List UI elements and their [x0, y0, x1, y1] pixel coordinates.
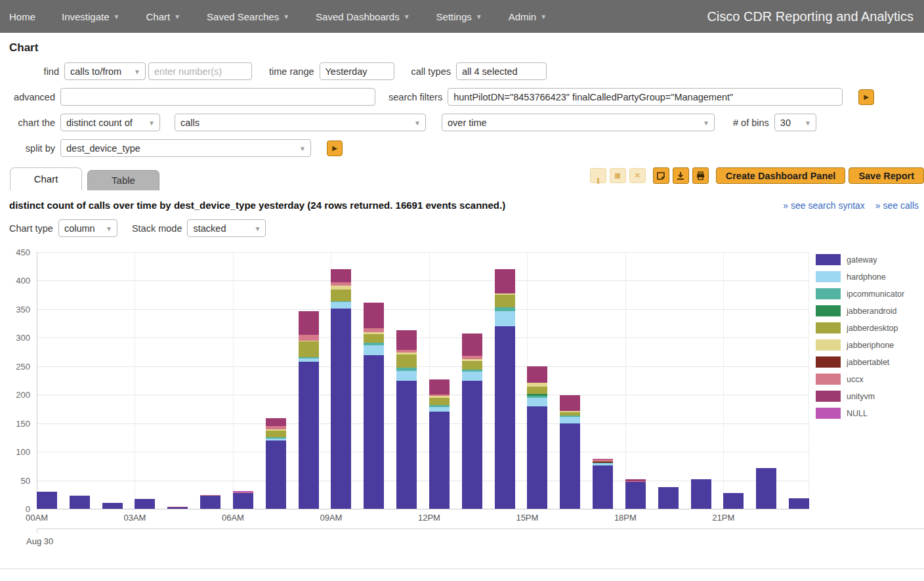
- call-types-selector[interactable]: all 4 selected: [456, 62, 547, 80]
- nav-item-settings[interactable]: Settings▼: [436, 11, 482, 22]
- stacked-bar-hour-11[interactable]: [396, 330, 417, 509]
- chart-type-dropdown[interactable]: column ▼: [58, 219, 117, 237]
- split-by-run-button[interactable]: ▶: [327, 140, 343, 156]
- legend-item-jabberandroid[interactable]: jabberandroid: [816, 305, 904, 316]
- bins-dropdown[interactable]: 30 ▼: [774, 114, 816, 131]
- stacked-bar-hour-1[interactable]: [70, 496, 90, 509]
- bar-segment-gateway: [429, 412, 450, 509]
- stacked-bar-hour-7[interactable]: [266, 418, 286, 509]
- advanced-row: advanced search filters ▶: [9, 88, 924, 106]
- stacked-bar-hour-4[interactable]: [167, 507, 188, 509]
- nav-item-chart[interactable]: Chart▼: [146, 11, 180, 22]
- bar-segment-gateway: [102, 503, 123, 509]
- bar-segment-gateway: [135, 499, 155, 509]
- bar-segment-unityvm: [429, 379, 450, 395]
- bar-segment-gateway: [658, 487, 679, 509]
- download-button[interactable]: [673, 167, 689, 184]
- legend-item-NULL[interactable]: NULL: [816, 408, 904, 419]
- stacked-bar-hour-23[interactable]: [789, 498, 809, 509]
- print-button[interactable]: [692, 167, 709, 184]
- chevron-down-icon: ▼: [540, 13, 547, 20]
- over-dropdown[interactable]: over time ▼: [442, 114, 715, 131]
- bar-segment-jabberdesktop: [266, 431, 286, 437]
- pause-button[interactable]: [590, 168, 606, 183]
- stacked-bar-hour-8[interactable]: [299, 311, 319, 509]
- y-axis-tick-label: 450: [16, 247, 30, 257]
- stacked-bar-hour-5[interactable]: [200, 495, 220, 509]
- legend-item-jabberiphone[interactable]: jabberiphone: [816, 339, 904, 351]
- x-axis-tick-label: 03AM: [123, 513, 146, 523]
- tab-table[interactable]: Table: [87, 170, 159, 190]
- legend-label: NULL: [847, 409, 868, 418]
- stop-button[interactable]: [610, 168, 626, 183]
- stacked-bar-hour-10[interactable]: [364, 303, 384, 509]
- legend-swatch: [816, 339, 841, 351]
- stack-mode-label: Stack mode: [132, 223, 182, 234]
- nav-item-saved-dashboards[interactable]: Saved Dashboards▼: [316, 11, 410, 22]
- metric-dropdown[interactable]: calls ▼: [175, 114, 426, 131]
- search-filters-input[interactable]: [448, 88, 843, 106]
- stacked-bar-hour-0[interactable]: [37, 492, 57, 509]
- legend-item-unityvm[interactable]: unityvm: [816, 391, 904, 402]
- create-dashboard-panel-button[interactable]: Create Dashboard Panel: [716, 167, 846, 184]
- nav-item-home[interactable]: Home: [9, 11, 35, 22]
- stacked-bar-hour-2[interactable]: [102, 503, 123, 509]
- stacked-bar-hour-3[interactable]: [135, 499, 155, 509]
- stacked-bar-hour-18[interactable]: [625, 479, 646, 509]
- stacked-bar-hour-6[interactable]: [233, 491, 253, 509]
- advanced-label: advanced: [9, 92, 55, 102]
- nav-item-investigate[interactable]: Investigate▼: [62, 11, 119, 22]
- over-value: over time: [448, 118, 487, 128]
- legend-item-ipcommunicator[interactable]: ipcommunicator: [816, 288, 904, 299]
- x-axis-tick-label: 06AM: [222, 513, 244, 523]
- stacked-bar-hour-12[interactable]: [429, 379, 450, 509]
- find-mode-value: calls to/from: [70, 66, 121, 77]
- stacked-bar-hour-13[interactable]: [462, 334, 482, 509]
- y-gridline: [37, 337, 809, 338]
- bar-segment-gateway: [299, 362, 319, 509]
- advanced-input[interactable]: [60, 88, 375, 106]
- legend-item-jabberdesktop[interactable]: jabberdesktop: [816, 322, 904, 334]
- stacked-bar-hour-9[interactable]: [331, 269, 351, 509]
- find-row: find calls to/from ▼ time range call typ…: [18, 62, 924, 80]
- stacked-bar-hour-22[interactable]: [756, 468, 776, 509]
- stacked-bar-hour-19[interactable]: [658, 487, 679, 509]
- bar-segment-unityvm: [396, 330, 417, 350]
- legend-label: jabberdesktop: [847, 324, 898, 333]
- stacked-bar-hour-21[interactable]: [723, 493, 744, 509]
- export-note-icon: [656, 171, 665, 181]
- stacked-bar-hour-17[interactable]: [593, 459, 613, 509]
- close-icon: ✕: [635, 171, 640, 180]
- stacked-bar-hour-16[interactable]: [560, 395, 580, 509]
- aggregate-dropdown[interactable]: distinct count of ▼: [60, 114, 160, 131]
- nav-item-saved-searches[interactable]: Saved Searches▼: [207, 11, 289, 22]
- export-button[interactable]: [653, 167, 669, 184]
- see-search-syntax-link[interactable]: » see search syntax: [783, 200, 865, 211]
- cancel-button[interactable]: ✕: [629, 168, 646, 183]
- bar-segment-uccx: [299, 335, 319, 341]
- find-number-input[interactable]: [148, 62, 252, 80]
- legend-item-hardphone[interactable]: hardphone: [816, 271, 904, 282]
- stacked-bar-hour-15[interactable]: [527, 366, 547, 509]
- time-range-input[interactable]: [320, 62, 394, 80]
- nav-item-admin[interactable]: Admin▼: [509, 11, 547, 22]
- chart-the-row: chart the distinct count of ▼ calls ▼ ov…: [9, 114, 924, 131]
- x-gridline: [233, 252, 234, 509]
- stacked-bar-hour-20[interactable]: [691, 479, 711, 509]
- bar-segment-hardphone: [462, 372, 482, 380]
- search-filters-run-button[interactable]: ▶: [858, 89, 874, 105]
- save-report-button[interactable]: Save Report: [849, 167, 924, 184]
- stacked-bar-hour-14[interactable]: [495, 269, 515, 509]
- y-axis-tick-label: 250: [16, 361, 30, 371]
- legend-item-jabbertablet[interactable]: jabbertablet: [816, 356, 904, 368]
- stack-mode-dropdown[interactable]: stacked ▼: [187, 219, 266, 237]
- see-calls-link[interactable]: » see calls: [875, 200, 919, 211]
- legend-item-uccx[interactable]: uccx: [816, 374, 904, 385]
- split-by-dropdown[interactable]: dest_device_type ▼: [60, 139, 311, 157]
- legend-item-gateway[interactable]: gateway: [816, 254, 904, 265]
- find-mode-dropdown[interactable]: calls to/from ▼: [64, 62, 146, 80]
- time-range-label: time range: [269, 66, 314, 77]
- split-by-value: dest_device_type: [66, 143, 140, 154]
- tab-chart[interactable]: Chart: [10, 167, 82, 190]
- chart-area: 05010015020025030035040045000AM03AM06AM0…: [0, 247, 924, 559]
